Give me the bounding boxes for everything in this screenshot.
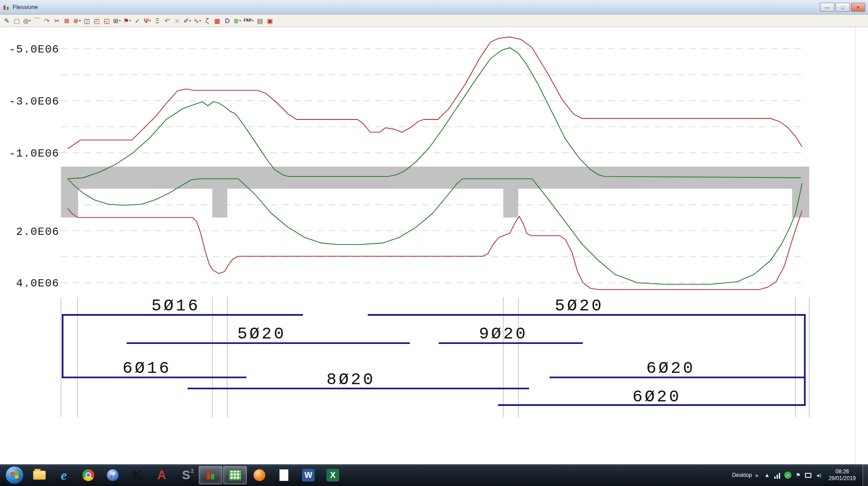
- signal-bars-icon[interactable]: [774, 472, 781, 479]
- main-canvas[interactable]: -5.0E06-3.0E06-1.0E062.0E064.0E065Ø165Ø2…: [0, 27, 868, 464]
- toolbar-cancel-tool[interactable]: ×: [173, 16, 182, 26]
- taskbar-item-chrome[interactable]: [77, 466, 100, 484]
- shield-icon[interactable]: [784, 472, 791, 479]
- wave-tool-icon: ∿: [194, 18, 199, 24]
- excel-icon: X: [326, 469, 339, 481]
- delete-tool-icon: ⊠: [64, 18, 70, 24]
- s-app-icon: S: [182, 468, 190, 482]
- taskbar: eKASWX Desktop » ▲ 08:26 29/01/2019: [0, 464, 868, 486]
- rebar-label: 5Ø16: [151, 296, 200, 315]
- erase-tool-icon: ⊗: [73, 18, 79, 24]
- zoom-tool-icon: ◎: [23, 18, 29, 24]
- toolbar-wave-tool[interactable]: ∿▾: [193, 16, 202, 26]
- toolbar-frp-tool[interactable]: FRP▾: [243, 16, 254, 26]
- arc-tool-icon: ⌒: [34, 18, 40, 24]
- ie-icon: e: [61, 467, 67, 483]
- desktop-toolbar-label[interactable]: Desktop: [732, 472, 752, 478]
- doc-tool-icon: D: [225, 18, 230, 24]
- safari-icon: [107, 469, 119, 481]
- toolbar-zoom-tool[interactable]: ◎▾: [22, 16, 32, 26]
- y-axis-label: 2.0E06: [16, 226, 59, 238]
- dropdown-arrow-icon: ▾: [29, 19, 31, 23]
- fork-tool-icon: Ψ: [144, 18, 149, 24]
- acting-moment-lower-curve: [67, 179, 802, 284]
- toolbar-layers-tool[interactable]: ≣▾: [233, 16, 242, 26]
- toolbar-column-tool[interactable]: Ξ: [153, 16, 162, 26]
- toolbar-zoom-region-tool[interactable]: ◰: [92, 16, 101, 26]
- start-button[interactable]: [5, 466, 24, 484]
- clock[interactable]: 08:26 29/01/2019: [825, 468, 859, 482]
- table-tool-icon: ⊞: [113, 18, 119, 24]
- hidden-icons-chevron[interactable]: ▲: [763, 472, 771, 479]
- beam-column-stub: [792, 189, 809, 218]
- network-icon[interactable]: [805, 473, 811, 478]
- toolbar-delete-tool[interactable]: ⊠: [62, 16, 72, 26]
- taskbar-item-acad[interactable]: A: [150, 466, 173, 484]
- toolbar-plug-tool[interactable]: ▣: [265, 16, 274, 26]
- taskbar-item-flessione[interactable]: [199, 466, 222, 484]
- toolbar-pen-tool[interactable]: ✎: [2, 16, 11, 26]
- frame-tool-icon: ▢: [14, 18, 19, 24]
- media-icon: [254, 469, 265, 481]
- y-axis-label: -5.0E06: [9, 43, 59, 56]
- undo-tool-icon: ↶: [164, 18, 170, 24]
- taskbar-item-ie[interactable]: e: [52, 466, 76, 484]
- toolbar-table-tool[interactable]: ⊞▾: [112, 16, 121, 26]
- toolbar-bolt-tool[interactable]: ζ: [203, 16, 212, 26]
- volume-icon[interactable]: [815, 472, 822, 479]
- taskbar-item-k-app[interactable]: K: [125, 466, 149, 484]
- window-title: Flessione: [13, 4, 38, 10]
- taskbar-item-safari[interactable]: [101, 466, 125, 484]
- windows-logo-icon: [10, 471, 19, 479]
- toolbar-redo-tool[interactable]: ↷: [43, 16, 52, 26]
- dropdown-arrow-icon: ▾: [199, 19, 201, 23]
- toolbar-tag-tool[interactable]: ⚑▾: [122, 16, 132, 26]
- flag-icon[interactable]: [795, 472, 802, 479]
- green-app-icon: [229, 470, 241, 481]
- toolbar-trim-tool[interactable]: ✂: [53, 16, 62, 26]
- taskbar-item-green-app[interactable]: [223, 466, 247, 484]
- taskbar-items: eKASWX: [27, 466, 345, 484]
- taskbar-item-notes[interactable]: [272, 466, 296, 484]
- title-bar: Flessione — □ ×: [0, 0, 868, 14]
- rebar-label: 5Ø20: [237, 324, 286, 343]
- toolbar-erase-tool[interactable]: ⊗▾: [72, 16, 82, 26]
- screen: { "window": { "title": "Flessione", "con…: [0, 0, 868, 486]
- toolbar-arc-tool[interactable]: ⌒: [33, 16, 42, 26]
- toolbar-grid-red-tool[interactable]: ▦: [213, 16, 222, 26]
- print-tool-icon: ▤: [257, 18, 263, 24]
- chrome-icon: [82, 469, 94, 481]
- dropdown-arrow-icon: ▾: [149, 19, 151, 23]
- check-tool-icon: ✓: [134, 18, 140, 24]
- toolbar-undo-tool[interactable]: ↶: [163, 16, 172, 26]
- y-axis-label: -3.0E06: [9, 95, 59, 108]
- cancel-tool-icon: ×: [174, 18, 180, 24]
- toolbar-fork-tool[interactable]: Ψ▾: [143, 16, 152, 26]
- toolbar-zoom-window-tool[interactable]: ◫: [82, 16, 91, 26]
- toolbar-doc-tool[interactable]: D: [223, 16, 232, 26]
- bolt-tool-icon: ζ: [206, 18, 209, 24]
- frp-tool-icon: FRP: [244, 19, 252, 23]
- taskbar-item-media[interactable]: [248, 466, 271, 484]
- zoom-region-tool-icon: ◰: [94, 18, 100, 24]
- show-desktop-button[interactable]: [863, 464, 868, 486]
- taskbar-item-word[interactable]: W: [297, 466, 320, 484]
- beam-column-stub: [61, 189, 78, 218]
- toolbar-frame-tool[interactable]: ▢: [12, 16, 21, 26]
- toolbar-zoom-extents-tool[interactable]: ◱: [102, 16, 111, 26]
- rebar-label: 8Ø20: [326, 370, 375, 389]
- toolbar-pen2-tool[interactable]: ✐▾: [182, 16, 192, 26]
- toolbar-chevron[interactable]: »: [755, 472, 758, 479]
- clock-date: 29/01/2019: [829, 475, 856, 482]
- toolbar-print-tool[interactable]: ▤: [255, 16, 264, 26]
- explorer-icon: [33, 471, 46, 480]
- maximize-button[interactable]: □: [835, 3, 850, 12]
- taskbar-item-explorer[interactable]: [28, 466, 51, 484]
- y-axis-label: 4.0E06: [16, 277, 59, 290]
- minimize-button[interactable]: —: [820, 3, 834, 12]
- taskbar-item-s-app[interactable]: S: [174, 466, 198, 484]
- toolbar-check-tool[interactable]: ✓: [133, 16, 142, 26]
- taskbar-item-excel[interactable]: X: [321, 466, 345, 484]
- pen2-tool-icon: ✐: [183, 18, 189, 24]
- close-button[interactable]: ×: [851, 3, 865, 12]
